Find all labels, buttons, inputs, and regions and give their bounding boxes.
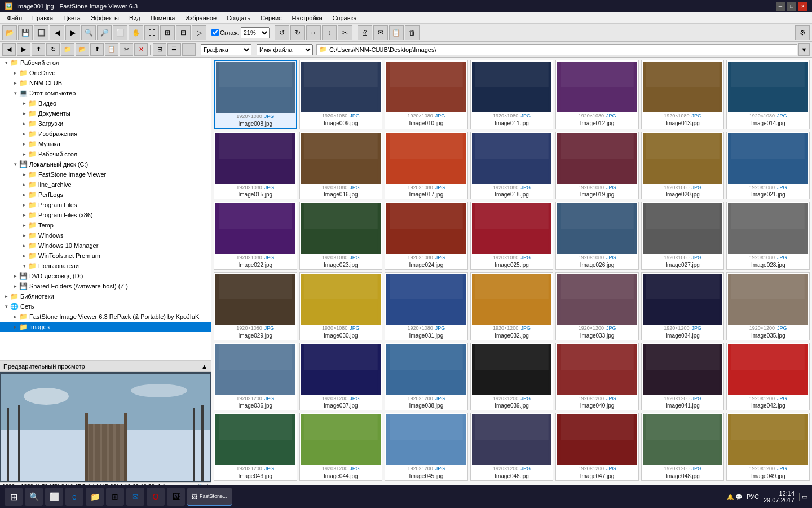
tree-item-20[interactable]: ▾📁Пользователи — [0, 261, 211, 271]
tree-item-14[interactable]: ▸📁Program Files — [0, 200, 211, 210]
zoom-select[interactable]: 21% 25% 50% 100% — [241, 27, 270, 38]
tree-expand-icon[interactable]: ▸ — [20, 211, 28, 219]
maximize-button[interactable]: □ — [787, 2, 796, 11]
menu-mark[interactable]: Пометка — [146, 14, 180, 23]
tree-item-6[interactable]: ▸📁Загрузки — [0, 119, 211, 129]
thumbnail-item[interactable]: 1920×1200JPGImage039.jpg — [470, 343, 554, 411]
menu-colors[interactable]: Цвета — [59, 14, 85, 23]
thumbnail-item[interactable]: 1920×1080JPGImage019.jpg — [555, 132, 639, 200]
tree-expand-icon[interactable]: ▸ — [20, 221, 28, 229]
toolbar-open[interactable]: 📂 — [2, 25, 17, 40]
thumbnail-item[interactable]: 1920×1080JPGImage008.jpg — [214, 60, 297, 129]
tree-item-15[interactable]: ▸📁Program Files (x86) — [0, 210, 211, 220]
nav-move[interactable]: ✂ — [120, 43, 133, 56]
thumbnail-item[interactable]: 1920×1080JPGImage013.jpg — [641, 60, 725, 129]
tree-item-16[interactable]: ▸📁Temp — [0, 220, 211, 230]
sort-select[interactable]: Имя файла Дата Размер — [257, 44, 313, 55]
menu-service[interactable]: Сервис — [256, 14, 286, 23]
thumbnail-item[interactable]: 1920×1200JPGImage036.jpg — [214, 343, 297, 411]
tree-expand-icon[interactable]: ▸ — [11, 79, 19, 87]
thumbnail-item[interactable]: 1920×1200JPGImage032.jpg — [470, 272, 554, 340]
nav-up[interactable]: ⬆ — [32, 43, 45, 56]
menu-file[interactable]: Файл — [2, 14, 27, 23]
language-indicator[interactable]: РУС — [747, 493, 759, 500]
tree-expand-icon[interactable]: ▸ — [20, 181, 28, 189]
toolbar-rotate-l[interactable]: ↺ — [275, 25, 289, 40]
preview-toggle[interactable]: ▲ — [201, 363, 208, 370]
toolbar-back[interactable]: ◀ — [50, 25, 64, 40]
toolbar-compare[interactable]: ⊟ — [176, 25, 191, 40]
tree-item-26[interactable]: ▸📁Images — [0, 322, 211, 332]
thumbnail-item[interactable]: 1920×1080JPGImage009.jpg — [299, 60, 383, 129]
thumbnail-item[interactable]: 1920×1080JPGImage016.jpg — [299, 132, 383, 200]
nav-refresh[interactable]: ↻ — [46, 43, 60, 56]
tree-expand-icon[interactable]: ▸ — [20, 191, 28, 199]
toolbar-flip-v[interactable]: ↕ — [322, 25, 337, 40]
tree-item-1[interactable]: ▸📁OneDrive — [0, 68, 211, 78]
thumbnail-item[interactable]: 1920×1080JPGImage029.jpg — [214, 272, 297, 340]
nav-view2[interactable]: ☰ — [167, 43, 181, 56]
thumbnail-item[interactable]: 1920×1080JPGImage014.jpg — [726, 60, 810, 129]
thumbnail-item[interactable]: 1920×1200JPGImage048.jpg — [641, 413, 725, 481]
tree-item-5[interactable]: ▸📁Документы — [0, 108, 211, 119]
tree-expand-icon[interactable]: ▾ — [2, 59, 10, 67]
tree-item-3[interactable]: ▾💻Этот компьютер — [0, 88, 211, 98]
view-type-select[interactable]: Графика — [201, 44, 251, 55]
path-dropdown[interactable]: ▼ — [798, 43, 810, 56]
explorer-button[interactable]: 📁 — [86, 488, 104, 506]
toolbar-zoomout[interactable]: 🔎 — [97, 25, 112, 40]
tree-item-25[interactable]: ▸📁FastStone Image Viewer 6.3 RePack (& P… — [0, 312, 211, 322]
task-view-button[interactable]: ⬜ — [45, 488, 63, 506]
tree-item-19[interactable]: ▸📁WinTools.net Premium — [0, 251, 211, 261]
tree-item-17[interactable]: ▸📁Windows — [0, 230, 211, 240]
tree-item-0[interactable]: ▾📁Рабочий стол — [0, 58, 211, 68]
tree-item-10[interactable]: ▾💾Локальный диск (C:) — [0, 159, 211, 169]
toolbar-crop[interactable]: ✂ — [338, 25, 352, 40]
edge-button[interactable]: e — [65, 488, 83, 506]
tree-expand-icon[interactable]: ▸ — [20, 170, 28, 178]
thumbnail-item[interactable]: 1920×1080JPGImage026.jpg — [555, 202, 639, 270]
thumbnail-item[interactable]: 1920×1080JPGImage015.jpg — [214, 132, 297, 200]
tree-item-8[interactable]: ▸📁Музыка — [0, 139, 211, 149]
search-button[interactable]: 🔍 — [25, 488, 43, 506]
tree-expand-icon[interactable]: ▾ — [11, 160, 19, 168]
tree-expand-icon[interactable]: ▸ — [20, 110, 28, 117]
thumbnail-item[interactable]: 1920×1080JPGImage028.jpg — [726, 202, 810, 270]
toolbar-forward[interactable]: ▶ — [65, 25, 80, 40]
tree-item-7[interactable]: ▸📁Изображения — [0, 129, 211, 139]
thumbnail-item[interactable]: 1920×1200JPGImage034.jpg — [641, 272, 725, 340]
tree-expand-icon[interactable]: ▸ — [20, 242, 28, 249]
app-icon[interactable]: 🖼 — [167, 488, 185, 506]
thumbnail-item[interactable]: 1920×1080JPGImage031.jpg — [385, 272, 468, 340]
thumbnail-item[interactable]: 1920×1080JPGImage012.jpg — [555, 60, 639, 129]
toolbar-save2[interactable]: 🔲 — [34, 25, 48, 40]
nav-view3[interactable]: ≡ — [182, 43, 196, 56]
toolbar-full[interactable]: ⛶ — [144, 25, 159, 40]
toolbar-delete[interactable]: 🗑 — [405, 25, 420, 40]
thumbnail-item[interactable]: 1920×1080JPGImage025.jpg — [470, 202, 554, 270]
thumbnail-item[interactable]: 1920×1080JPGImage010.jpg — [385, 60, 468, 129]
nav-folder-new[interactable]: 📁 — [61, 43, 74, 56]
thumbnail-item[interactable]: 1920×1200JPGImage049.jpg — [726, 413, 810, 481]
menu-help[interactable]: Справка — [328, 14, 361, 23]
thumbnail-item[interactable]: 1920×1080JPGImage018.jpg — [470, 132, 554, 200]
nav-delete[interactable]: ✕ — [134, 43, 148, 56]
tree-expand-icon[interactable]: ▸ — [20, 99, 28, 107]
tree-expand-icon[interactable]: ▸ — [20, 140, 28, 148]
tree-item-24[interactable]: ▾🌐Сеть — [0, 301, 211, 312]
menu-view[interactable]: Вид — [125, 14, 145, 23]
tree-expand-icon[interactable]: ▸ — [2, 292, 10, 300]
thumbnail-item[interactable]: 1920×1200JPGImage033.jpg — [555, 272, 639, 340]
tree-item-23[interactable]: ▸📁Библиотеки — [0, 291, 211, 301]
tree-item-13[interactable]: ▸📁PerfLogs — [0, 190, 211, 200]
thumbnail-item[interactable]: 1920×1200JPGImage037.jpg — [299, 343, 383, 411]
menu-create[interactable]: Создать — [222, 14, 255, 23]
smooth-check[interactable] — [211, 29, 219, 36]
thumbnail-item[interactable]: 1920×1200JPGImage045.jpg — [385, 413, 468, 481]
tree-item-21[interactable]: ▸💾DVD-дисковод (D:) — [0, 271, 211, 281]
tree-item-11[interactable]: ▸📁FastStone Image Viewer — [0, 169, 211, 179]
close-button[interactable]: ✕ — [798, 2, 807, 11]
menu-settings[interactable]: Настройки — [288, 14, 327, 23]
thumbnail-item[interactable]: 1920×1080JPGImage017.jpg — [385, 132, 468, 200]
thumbnail-item[interactable]: 1920×1200JPGImage041.jpg — [641, 343, 725, 411]
